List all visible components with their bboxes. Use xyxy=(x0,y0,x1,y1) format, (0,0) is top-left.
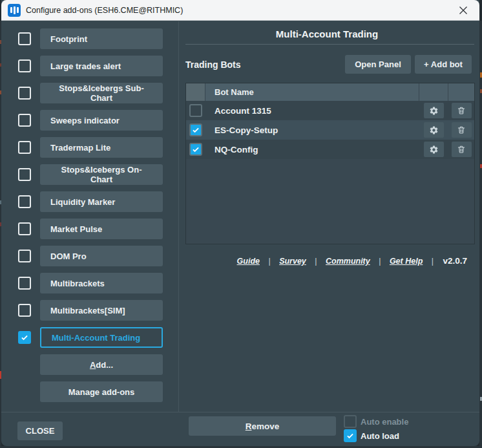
table-row: Account 1315 xyxy=(186,101,474,120)
title-divider xyxy=(185,44,474,45)
screen-edge-left xyxy=(0,21,1,448)
screen-edge-right xyxy=(479,21,482,448)
bots-table: Bot Name Account 1315 ES-Copy-Setup NQ-C… xyxy=(185,83,475,244)
header-delete-cell xyxy=(448,83,474,101)
sidebar-item-multibrackets: Multibrackets xyxy=(0,273,178,293)
sidebar-item-large-trades-alert-button[interactable]: Large trades alert xyxy=(40,56,163,76)
sidebar-item-multi-account-trading: Multi-Account Trading xyxy=(0,327,178,348)
addon-checkbox[interactable] xyxy=(18,277,31,290)
trash-icon xyxy=(457,125,466,134)
gear-icon xyxy=(429,106,439,116)
sidebar-item-dom-pro-button[interactable]: DOM Pro xyxy=(40,246,163,266)
addon-checkbox[interactable] xyxy=(18,32,31,45)
sidebar-item-dom-pro: DOM Pro xyxy=(0,246,178,266)
survey-link[interactable]: Survey xyxy=(279,257,306,266)
bot-checkbox[interactable] xyxy=(189,123,202,136)
panel-divider xyxy=(178,21,179,412)
sidebar-item-multibrackets-button[interactable]: Multibrackets xyxy=(40,273,163,293)
auto-enable-label: Auto enable xyxy=(361,417,408,427)
bot-checkbox[interactable] xyxy=(189,104,202,117)
bot-name: Account 1315 xyxy=(205,106,419,116)
get-help-link[interactable]: Get Help xyxy=(390,257,423,266)
guide-link[interactable]: Guide xyxy=(237,257,260,266)
community-link[interactable]: Community xyxy=(326,257,370,266)
bot-name: ES-Copy-Setup xyxy=(205,125,419,135)
bot-name: NQ-Config xyxy=(205,145,419,155)
sidebar-item-market-pulse-button[interactable]: Market Pulse xyxy=(40,219,163,239)
sidebar-item-large-trades-alert: Large trades alert xyxy=(0,56,178,76)
header-settings-cell xyxy=(419,83,448,101)
bot-checkbox[interactable] xyxy=(189,143,202,156)
addon-checkbox[interactable] xyxy=(18,59,31,72)
bot-delete-button[interactable] xyxy=(452,122,472,138)
addon-checkbox[interactable] xyxy=(18,250,31,262)
gear-icon xyxy=(429,145,439,155)
open-panel-button[interactable]: Open Panel xyxy=(345,55,411,74)
close-icon xyxy=(459,6,468,15)
sidebar-item-footprint-button[interactable]: Footprint xyxy=(40,28,163,49)
sidebar-item-stops-icebergs-sub-chart: Stops&Icebergs Sub-Chart xyxy=(0,83,178,103)
link-separator: | xyxy=(432,257,434,266)
addon-checkbox[interactable] xyxy=(18,195,31,208)
add-bot-button[interactable]: + Add bot xyxy=(415,55,472,74)
help-links: Guide | Survey | Community | Get Help | … xyxy=(185,255,467,266)
sidebar-item-stops-icebergs-on-chart-button[interactable]: Stops&Icebergs On-Chart xyxy=(40,164,163,185)
close-dialog-button[interactable]: CLOSE xyxy=(17,421,63,440)
sidebar-item-multibrackets-sim: Multibrackets[SIM] xyxy=(0,300,178,321)
table-row: ES-Copy-Setup xyxy=(186,120,474,140)
bot-settings-button[interactable] xyxy=(424,103,444,118)
version-label: v2.0.7 xyxy=(443,256,467,266)
app-logo-icon xyxy=(8,4,21,17)
addon-checkbox[interactable] xyxy=(18,331,31,344)
sidebar-item-stops-icebergs-sub-chart-button[interactable]: Stops&Icebergs Sub-Chart xyxy=(40,83,163,103)
bot-settings-button[interactable] xyxy=(424,122,444,138)
sidebar-item-multi-account-trading-button[interactable]: Multi-Account Trading xyxy=(40,327,163,348)
sidebar-item-sweeps-indicator-button[interactable]: Sweeps indicator xyxy=(40,110,163,131)
sidebar-item-sweeps-indicator: Sweeps indicator xyxy=(0,110,178,131)
sidebar-item-liquidity-marker-button[interactable]: Liquidity Marker xyxy=(40,191,163,212)
addon-checkbox[interactable] xyxy=(18,304,31,317)
titlebar: Configure add-ons (ESH6.CME@RITHMIC) xyxy=(1,0,479,21)
table-header: Bot Name xyxy=(186,83,474,101)
bot-delete-button[interactable] xyxy=(452,142,472,157)
sidebar-item-footprint: Footprint xyxy=(0,28,178,49)
addon-checkbox[interactable] xyxy=(18,168,31,181)
add-addon-button[interactable]: Add... xyxy=(40,354,163,375)
auto-load-checkbox[interactable] xyxy=(344,429,357,442)
header-bot-name: Bot Name xyxy=(205,83,419,101)
link-separator: | xyxy=(268,257,270,266)
sidebar-item-market-pulse: Market Pulse xyxy=(0,219,178,239)
auto-enable-checkbox[interactable] xyxy=(344,415,357,428)
sidebar-item-multibrackets-sim-button[interactable]: Multibrackets[SIM] xyxy=(40,300,163,321)
gear-icon xyxy=(429,125,439,135)
table-row: NQ-Config xyxy=(186,140,474,159)
trading-bots-label: Trading Bots xyxy=(185,59,241,70)
addon-checkbox[interactable] xyxy=(18,222,31,235)
panel-title: Multi-Account Trading xyxy=(179,28,475,39)
sidebar-item-tradermap-lite: Tradermap Lite xyxy=(0,137,178,158)
screen: { "titlebar": { "title": "Configure add-… xyxy=(0,0,482,448)
trash-icon xyxy=(457,106,466,115)
footer-divider xyxy=(1,412,479,412)
addon-checkbox[interactable] xyxy=(18,141,31,154)
trash-icon xyxy=(457,145,466,154)
sidebar-item-stops-icebergs-on-chart: Stops&Icebergs On-Chart xyxy=(0,164,178,185)
header-checkbox-cell xyxy=(186,83,205,101)
remove-button[interactable]: Remove xyxy=(189,416,336,436)
link-separator: | xyxy=(379,257,381,266)
link-separator: | xyxy=(315,257,317,266)
window-title: Configure add-ons (ESH6.CME@RITHMIC) xyxy=(26,6,183,15)
bot-settings-button[interactable] xyxy=(424,142,444,157)
addon-checkbox[interactable] xyxy=(18,87,31,100)
manage-addons-button[interactable]: Manage add-ons xyxy=(40,381,163,402)
sidebar-item-tradermap-lite-button[interactable]: Tradermap Lite xyxy=(40,137,163,158)
window-close-button[interactable] xyxy=(454,2,473,19)
auto-load-label: Auto load xyxy=(361,431,399,441)
bot-delete-button[interactable] xyxy=(452,103,472,118)
addon-checkbox[interactable] xyxy=(18,114,31,127)
sidebar-item-liquidity-marker: Liquidity Marker xyxy=(0,191,178,212)
